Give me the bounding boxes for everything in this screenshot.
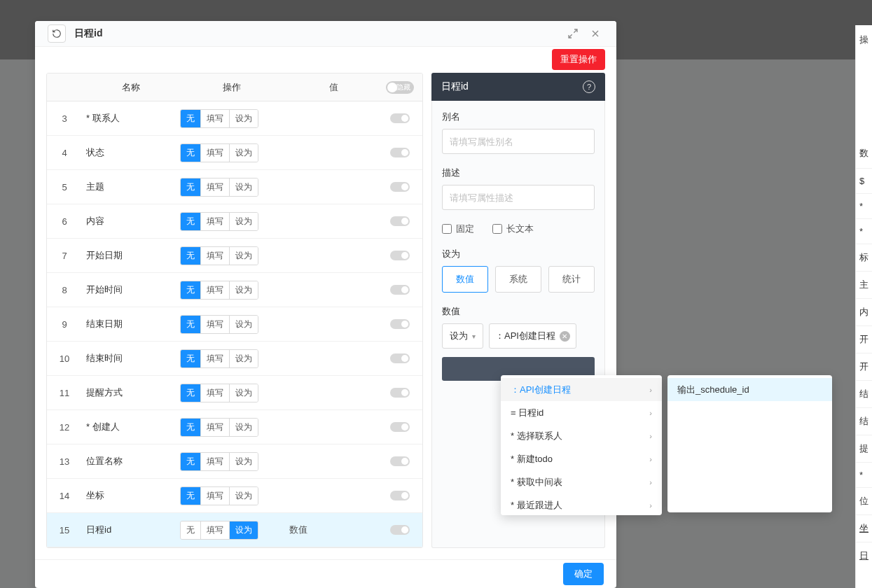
seg-setto[interactable]: 设为 [229,110,258,127]
seg-none[interactable]: 无 [181,110,200,127]
seg-none[interactable]: 无 [181,350,200,368]
value-field-dropdown[interactable]: 输出_schedule_id [667,375,832,512]
row-toggle[interactable] [390,491,410,500]
table-row[interactable]: 5主题无填写设为 [47,170,422,204]
table-row[interactable]: 12* 创建人无填写设为 [47,410,422,444]
value-source-dropdown[interactable]: ：API创建日程›= 日程id›* 选择联系人›* 新建todo›* 获取中间表… [501,375,662,515]
row-name: 结束日期 [82,318,180,330]
table-row[interactable]: 14坐标无填写设为 [47,479,422,513]
seg-none[interactable]: 无 [181,419,200,436]
row-toggle[interactable] [390,148,410,158]
seg-setto[interactable]: 设为 [229,350,258,368]
confirm-button[interactable]: 确定 [563,563,604,585]
dropdown-item[interactable]: * 获取中间表› [501,470,662,493]
seg-none[interactable]: 无 [181,281,200,299]
seg-setto[interactable]: 设为 [229,316,258,333]
row-toggle[interactable] [390,456,410,466]
dropdown-item[interactable]: * 新建todo› [501,447,662,470]
row-toggle[interactable] [390,113,410,123]
seg-setto[interactable]: 设为 [229,453,258,470]
check-fixed[interactable]: 固定 [442,223,474,235]
seg-fill[interactable]: 填写 [200,213,229,230]
seg-none[interactable]: 无 [181,213,200,230]
dropdown-item[interactable]: * 最近跟进人› [501,493,662,515]
row-toggle[interactable] [390,216,410,226]
row-toggle[interactable] [390,182,410,192]
seg-setto[interactable]: 设为 [229,522,258,539]
refresh-button[interactable] [48,24,66,43]
row-toggle[interactable] [390,354,410,363]
op-segment: 无填写设为 [180,452,258,471]
row-toggle[interactable] [390,285,410,295]
seg-none[interactable]: 无 [181,522,200,539]
help-icon[interactable]: ? [583,80,595,93]
row-toggle[interactable] [390,422,410,432]
row-op: 无填写设为 [180,486,284,505]
seg-none[interactable]: 无 [181,453,200,470]
table-row[interactable]: 11提醒方式无填写设为 [47,376,422,410]
close-icon[interactable] [587,25,604,42]
seg-setto[interactable]: 设为 [229,281,258,299]
tab-stat[interactable]: 统计 [548,266,595,293]
seg-fill[interactable]: 填写 [200,419,229,436]
row-name: 提醒方式 [82,386,180,399]
expand-icon[interactable] [565,25,581,42]
row-toggle[interactable] [390,388,410,398]
seg-setto[interactable]: 设为 [229,487,258,505]
table-row[interactable]: 3* 联系人无填写设为 [47,102,422,136]
table-row[interactable]: 7开始日期无填写设为 [47,239,422,273]
reset-button[interactable]: 重置操作 [552,49,605,70]
table-body[interactable]: 3* 联系人无填写设为4状态无填写设为5主题无填写设为6内容无填写设为7开始日期… [47,102,422,547]
header-toggle[interactable]: 隐藏 [386,81,414,94]
check-longtext-input[interactable] [492,224,502,234]
seg-fill[interactable]: 填写 [200,350,229,368]
seg-none[interactable]: 无 [181,487,200,505]
seg-setto[interactable]: 设为 [229,178,258,196]
seg-fill[interactable]: 填写 [200,144,229,162]
tag-remove-icon[interactable]: ✕ [560,331,570,342]
row-toggle[interactable] [390,319,410,329]
dropdown-item[interactable]: 输出_schedule_id [667,378,832,401]
seg-none[interactable]: 无 [181,178,200,196]
seg-none[interactable]: 无 [181,384,200,402]
dropdown-item[interactable]: = 日程id› [501,401,662,424]
seg-fill[interactable]: 填写 [200,453,229,470]
tab-system[interactable]: 系统 [495,266,541,293]
seg-fill[interactable]: 填写 [200,384,229,402]
seg-fill[interactable]: 填写 [200,178,229,196]
dropdown-item[interactable]: * 选择联系人› [501,424,662,447]
row-toggle[interactable] [390,525,410,535]
desc-input[interactable] [442,185,595,210]
seg-fill[interactable]: 填写 [200,110,229,127]
table-row[interactable]: 13位置名称无填写设为 [47,444,422,479]
table-row[interactable]: 6内容无填写设为 [47,204,422,239]
check-longtext[interactable]: 长文本 [492,223,534,235]
row-toggle[interactable] [390,251,410,260]
check-fixed-input[interactable] [442,224,452,234]
seg-setto[interactable]: 设为 [229,213,258,230]
dropdown-item[interactable]: ：API创建日程› [501,378,662,401]
seg-fill[interactable]: 填写 [200,522,229,539]
seg-fill[interactable]: 填写 [200,247,229,265]
seg-none[interactable]: 无 [181,144,200,162]
value-select[interactable]: 设为 ▾ [442,323,483,349]
table-row[interactable]: 15日程id无填写设为数值 [47,513,422,547]
seg-setto[interactable]: 设为 [229,419,258,436]
seg-fill[interactable]: 填写 [200,316,229,333]
seg-setto[interactable]: 设为 [229,384,258,402]
seg-none[interactable]: 无 [181,247,200,265]
seg-fill[interactable]: 填写 [200,487,229,505]
table-row[interactable]: 9结束日期无填写设为 [47,307,422,342]
table-row[interactable]: 8开始时间无填写设为 [47,273,422,307]
seg-setto[interactable]: 设为 [229,144,258,162]
bg-sidebar-row: 结 [856,407,872,435]
value-tag[interactable]: ：API创建日程 ✕ [489,323,576,349]
alias-input[interactable] [442,129,595,154]
table-row[interactable]: 10结束时间无填写设为 [47,342,422,376]
seg-fill[interactable]: 填写 [200,281,229,299]
table-row[interactable]: 4状态无填写设为 [47,136,422,170]
seg-none[interactable]: 无 [181,316,200,333]
seg-setto[interactable]: 设为 [229,247,258,265]
tab-value[interactable]: 数值 [442,266,488,293]
op-segment: 无填写设为 [180,178,258,197]
